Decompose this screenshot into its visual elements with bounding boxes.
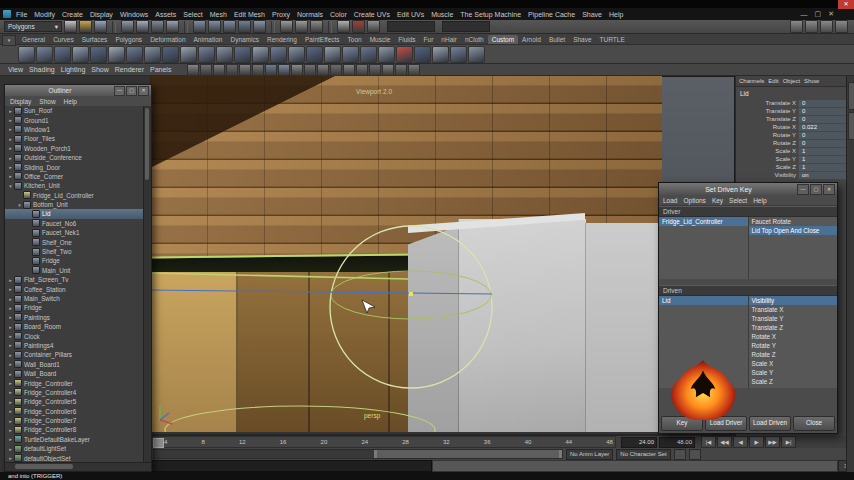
tool-settings-icon[interactable]	[820, 20, 833, 33]
outliner-item[interactable]: ▸Clock	[5, 331, 144, 340]
sdk-list-item[interactable]: Faucet Rotate	[749, 217, 838, 226]
construction-history-icon[interactable]	[310, 20, 323, 33]
sdk-window-button[interactable]: ✕	[823, 184, 835, 195]
scrollbar-thumb[interactable]	[15, 464, 73, 469]
panel-toolbar-icon[interactable]	[265, 64, 277, 76]
expander-icon[interactable]: ▸	[7, 136, 14, 142]
expander-icon[interactable]: ▸	[7, 352, 14, 358]
shelf-icon[interactable]	[342, 46, 359, 63]
shelf-tab-animation[interactable]: Animation	[190, 35, 227, 44]
shelf-tab-surfaces[interactable]: Surfaces	[78, 35, 112, 44]
shelf-tab-curves[interactable]: Curves	[49, 35, 78, 44]
sdk-list-item[interactable]: Scale Z	[749, 377, 838, 386]
shelf-icon[interactable]	[54, 46, 71, 63]
menu-edit-uvs[interactable]: Edit UVs	[397, 11, 424, 18]
panel-toolbar-icon[interactable]	[291, 64, 303, 76]
highlight-selection-icon[interactable]	[166, 20, 179, 33]
channel-row[interactable]: Scale Y1	[736, 155, 847, 163]
outliner-item[interactable]: ▸Wall_Board	[5, 369, 144, 378]
outliner-item[interactable]: ▸Wooden_Porch1	[5, 144, 144, 153]
channel-value[interactable]: on	[799, 172, 847, 179]
make-live-icon[interactable]	[253, 20, 266, 33]
shelf-tab-deformation[interactable]: Deformation	[146, 35, 189, 44]
animation-preferences-icon[interactable]	[689, 449, 701, 460]
menu-edit-mesh[interactable]: Edit Mesh	[234, 11, 265, 18]
shelf-icon[interactable]	[234, 46, 251, 63]
auto-keyframe-icon[interactable]	[674, 449, 686, 460]
outliner-window-button[interactable]: —	[114, 86, 125, 96]
render-settings-icon[interactable]	[367, 20, 380, 33]
range-slider[interactable]	[153, 449, 563, 459]
history-output-icon[interactable]	[295, 20, 308, 33]
anim-layer-selector[interactable]: No Anim Layer	[566, 449, 613, 460]
sdk-titlebar[interactable]: Set Driven Key —▢✕	[659, 183, 837, 195]
expander-icon[interactable]: ▸	[7, 286, 14, 292]
playback-button[interactable]: ◀◀	[717, 436, 732, 448]
expander-icon[interactable]: ▸	[7, 155, 14, 161]
close-button[interactable]: Close	[793, 416, 835, 431]
channel-row[interactable]: Rotate Y0	[736, 131, 847, 139]
outliner-item[interactable]: Main_Unit	[5, 266, 144, 275]
outliner-item[interactable]: ▸Fridge_Controller5	[5, 397, 144, 406]
sdk-menu-options[interactable]: Options	[683, 197, 705, 204]
timeline-tick[interactable]: 44	[565, 437, 572, 447]
save-scene-icon[interactable]	[94, 20, 107, 33]
expander-icon[interactable]: ▸	[7, 126, 14, 132]
outliner-item[interactable]: Fridge	[5, 256, 144, 265]
panel-toolbar-icon[interactable]	[356, 64, 368, 76]
outliner-item[interactable]: ▸Coffee_Station	[5, 284, 144, 293]
sdk-list-item[interactable]: Translate X	[749, 305, 838, 314]
channel-box-tab[interactable]	[848, 82, 854, 110]
outliner-item[interactable]: ▸Fridge_Controller	[5, 378, 144, 387]
playback-button[interactable]: ◀	[733, 436, 748, 448]
outliner-item[interactable]: ▸TurtleDefaultBakeLayer	[5, 435, 144, 444]
playback-button[interactable]: ▶	[749, 436, 764, 448]
open-scene-icon[interactable]	[79, 20, 92, 33]
range-slider-handle[interactable]	[374, 450, 562, 458]
expander-icon[interactable]: ▸	[7, 408, 14, 414]
menu-color[interactable]: Color	[330, 11, 347, 18]
timeline-tick[interactable]: 28	[402, 437, 409, 447]
channel-box-icon[interactable]	[835, 20, 848, 33]
panel-toolbar-icon[interactable]	[213, 64, 225, 76]
panel-toolbar-icon[interactable]	[200, 64, 212, 76]
timeline-tick[interactable]: 20	[321, 437, 328, 447]
menu-assets[interactable]: Assets	[155, 11, 176, 18]
panel-toolbar-icon[interactable]	[317, 64, 329, 76]
shelf-icon[interactable]	[162, 46, 179, 63]
render-icon[interactable]	[337, 20, 350, 33]
playback-button[interactable]: ▶▶	[765, 436, 780, 448]
channel-box-object-name[interactable]: Lid	[736, 87, 847, 99]
shelf-tab-painteffects[interactable]: PaintEffects	[301, 35, 344, 44]
outliner-item[interactable]: ▾Bottom_Unit	[5, 200, 144, 209]
outliner-item[interactable]: ▾Kitchen_Unit	[5, 181, 144, 190]
shelf-icon[interactable]	[216, 46, 233, 63]
character-set-selector[interactable]: No Character Set	[616, 449, 670, 460]
expander-icon[interactable]: ▸	[7, 380, 14, 386]
panel-toolbar-icon[interactable]	[330, 64, 342, 76]
menu-set-selector[interactable]: Polygons ▾	[4, 21, 62, 32]
outliner-item[interactable]: ▸Floor_Tiles	[5, 134, 144, 143]
new-scene-icon[interactable]	[64, 20, 77, 33]
panel-toolbar-icon[interactable]	[369, 64, 381, 76]
outliner-item[interactable]: Faucet_Nek1	[5, 228, 144, 237]
shelf-tab-turtle[interactable]: TURTLE	[596, 35, 629, 44]
shelf-tab-custom[interactable]: Custom	[488, 35, 518, 44]
outliner-item[interactable]: ▸Paintings	[5, 313, 144, 322]
output-field-box[interactable]	[442, 21, 490, 32]
panel-menu-show[interactable]: Show	[91, 66, 109, 73]
channel-value[interactable]: 0	[799, 100, 847, 107]
menu-display[interactable]: Display	[90, 11, 113, 18]
shelf-tab-bullet[interactable]: Bullet	[545, 35, 569, 44]
shelf-icon[interactable]	[144, 46, 161, 63]
expander-icon[interactable]: ▸	[7, 342, 14, 348]
expander-icon[interactable]: ▸	[7, 446, 14, 452]
expander-icon[interactable]: ▸	[7, 427, 14, 433]
shelf-tab-ncloth[interactable]: nCloth	[461, 35, 488, 44]
shelf-tab-arnold[interactable]: Arnold	[518, 35, 545, 44]
sdk-menu-load[interactable]: Load	[663, 197, 677, 204]
shelf-tab-fur[interactable]: Fur	[420, 35, 438, 44]
shelf-icon[interactable]	[72, 46, 89, 63]
channel-row[interactable]: Translate X0	[736, 99, 847, 107]
outliner-item[interactable]: ▸Ground1	[5, 115, 144, 124]
